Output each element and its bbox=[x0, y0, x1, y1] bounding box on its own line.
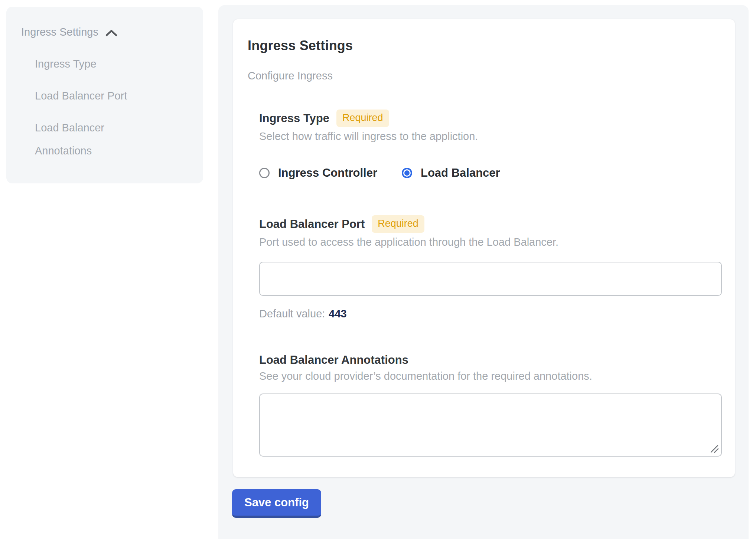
settings-panel: Ingress Settings Configure Ingress Ingre… bbox=[218, 5, 749, 539]
load-balancer-annotations-textarea[interactable] bbox=[259, 393, 722, 457]
radio-option-ingress-controller[interactable]: Ingress Controller bbox=[259, 166, 377, 180]
ingress-type-label: Ingress Type bbox=[259, 112, 329, 125]
save-config-button[interactable]: Save config bbox=[232, 489, 321, 518]
radio-label-ingress-controller: Ingress Controller bbox=[278, 166, 377, 180]
sidebar-item-load-balancer-annotations[interactable]: Load Balancer Annotations bbox=[35, 116, 161, 162]
ingress-type-options: Ingress Controller Load Balancer bbox=[259, 166, 722, 180]
default-value-label: Default value: bbox=[259, 308, 325, 320]
page-title: Ingress Settings bbox=[248, 38, 735, 53]
page-subtitle: Configure Ingress bbox=[248, 70, 735, 82]
ingress-type-description: Select how traffic will ingress to the a… bbox=[259, 130, 722, 143]
radio-load-balancer[interactable] bbox=[402, 168, 412, 178]
sidebar-item-ingress-type[interactable]: Ingress Type bbox=[35, 52, 161, 75]
load-balancer-port-label: Load Balancer Port bbox=[259, 218, 365, 231]
ingress-settings-card: Ingress Settings Configure Ingress Ingre… bbox=[233, 19, 735, 477]
load-balancer-annotations-description: See your cloud provider’s documentation … bbox=[259, 370, 722, 382]
required-badge: Required bbox=[372, 215, 424, 233]
sidebar-group-ingress-settings[interactable]: Ingress Settings bbox=[6, 7, 203, 38]
ingress-settings-page: Ingress Settings Ingress Type Load Balan… bbox=[0, 0, 756, 539]
sidebar-item-list: Ingress Type Load Balancer Port Load Bal… bbox=[6, 52, 162, 162]
section-load-balancer-port: Load Balancer Port Required Port used to… bbox=[259, 215, 722, 320]
section-load-balancer-annotations: Load Balancer Annotations See your cloud… bbox=[259, 353, 722, 457]
load-balancer-annotations-label: Load Balancer Annotations bbox=[259, 353, 408, 367]
sidebar-group-label: Ingress Settings bbox=[21, 26, 98, 38]
load-balancer-port-input[interactable] bbox=[259, 262, 722, 296]
required-badge: Required bbox=[336, 110, 389, 127]
section-ingress-type: Ingress Type Required Select how traffic… bbox=[259, 110, 722, 180]
load-balancer-port-description: Port used to access the application thro… bbox=[259, 236, 722, 248]
config-sidebar: Ingress Settings Ingress Type Load Balan… bbox=[6, 7, 203, 183]
radio-option-load-balancer[interactable]: Load Balancer bbox=[402, 166, 500, 180]
resize-handle-icon[interactable] bbox=[710, 444, 719, 454]
default-value: 443 bbox=[329, 308, 346, 320]
radio-ingress-controller[interactable] bbox=[259, 168, 270, 178]
sidebar-item-load-balancer-port[interactable]: Load Balancer Port bbox=[35, 84, 161, 107]
chevron-up-icon bbox=[105, 29, 118, 37]
radio-label-load-balancer: Load Balancer bbox=[421, 166, 500, 180]
default-value-row: Default value:443 bbox=[259, 308, 722, 320]
